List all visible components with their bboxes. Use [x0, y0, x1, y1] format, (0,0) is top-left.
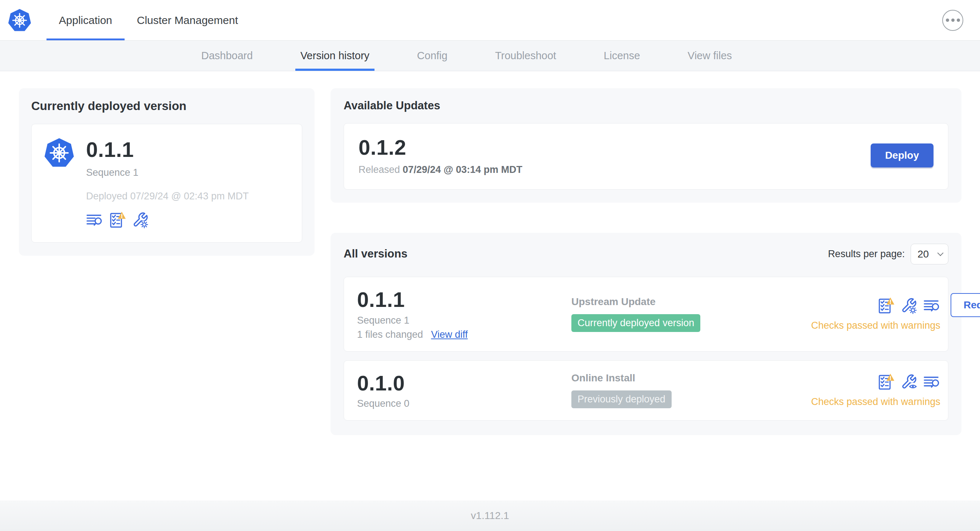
deployed-timestamp: Deployed 07/29/24 @ 02:43 pm MDT: [86, 191, 249, 202]
ellipsis-icon: [946, 19, 949, 22]
tab-cluster-management[interactable]: Cluster Management: [124, 0, 250, 40]
status-badge: Currently deployed version: [571, 314, 700, 332]
console-version: v1.112.1: [471, 510, 509, 521]
results-per-page: Results per page: 20: [828, 244, 948, 264]
all-versions-title: All versions: [344, 247, 407, 261]
top-nav: Application Cluster Management: [46, 0, 250, 40]
status-badge: Previously deployed: [571, 390, 671, 408]
deployed-sequence: Sequence 1: [86, 167, 249, 178]
redeploy-button[interactable]: Redeploy: [951, 293, 980, 317]
deployed-version-panel: 0.1.1 Sequence 1 Deployed 07/29/24 @ 02:…: [31, 124, 302, 243]
row-source-label: Upstream Update: [571, 296, 811, 308]
results-per-page-select[interactable]: 20: [911, 244, 948, 264]
results-per-page-label: Results per page:: [828, 248, 905, 260]
available-updates-title: Available Updates: [344, 99, 948, 112]
app-subnav: Dashboard Version history Config Trouble…: [0, 41, 980, 71]
update-version-number: 0.1.2: [358, 136, 522, 159]
config-edit-icon[interactable]: [132, 211, 149, 229]
row-source-label: Online Install: [571, 372, 811, 384]
logs-search-icon[interactable]: [86, 211, 103, 229]
all-versions-card: All versions Results per page: 20 0.1.1 …: [331, 233, 961, 436]
kubernetes-logo-icon: [7, 8, 32, 33]
overflow-menu-button[interactable]: [942, 10, 963, 31]
update-row: 0.1.2 Released 07/29/24 @ 03:14 pm MDT D…: [344, 123, 948, 189]
config-edit-icon[interactable]: [900, 297, 918, 314]
preflight-checks-warning-icon[interactable]: [878, 374, 895, 390]
row-sequence: Sequence 0: [357, 398, 571, 409]
currently-deployed-card: Currently deployed version 0.1.1 Sequenc…: [19, 88, 315, 256]
subtab-dashboard[interactable]: Dashboard: [196, 41, 258, 71]
update-released-line: Released 07/29/24 @ 03:14 pm MDT: [358, 164, 522, 175]
update-released-timestamp: 07/29/24 @ 03:14 pm MDT: [403, 164, 522, 175]
subtab-version-history[interactable]: Version history: [295, 41, 374, 71]
version-row: 0.1.1 Sequence 1 1 files changed View di…: [344, 277, 948, 351]
view-diff-link[interactable]: View diff: [431, 329, 468, 340]
top-bar: Application Cluster Management: [0, 0, 980, 41]
available-updates-card: Available Updates 0.1.2 Released 07/29/2…: [331, 88, 961, 203]
subtab-license[interactable]: License: [598, 41, 645, 71]
row-sequence: Sequence 1: [357, 315, 571, 326]
deploy-button[interactable]: Deploy: [871, 143, 934, 167]
row-version-number: 0.1.0: [357, 372, 571, 395]
logs-search-icon[interactable]: [923, 374, 940, 390]
currently-deployed-title: Currently deployed version: [31, 99, 302, 113]
tab-cluster-management-label: Cluster Management: [137, 14, 238, 27]
kubernetes-app-icon: [43, 137, 75, 169]
subtab-config[interactable]: Config: [412, 41, 453, 71]
preflight-status-text: Checks passed with warnings: [811, 320, 940, 331]
row-version-number: 0.1.1: [357, 288, 571, 311]
config-view-icon[interactable]: [900, 374, 918, 390]
preflight-checks-warning-icon[interactable]: [109, 211, 126, 229]
row-files-changed: 1 files changed: [357, 329, 423, 340]
tab-application-label: Application: [59, 14, 112, 27]
logs-search-icon[interactable]: [923, 297, 940, 314]
main-content: Currently deployed version 0.1.1 Sequenc…: [0, 71, 980, 501]
deployed-version-number: 0.1.1: [86, 138, 249, 161]
page-footer: v1.112.1: [0, 501, 980, 531]
tab-application[interactable]: Application: [46, 0, 124, 40]
preflight-checks-warning-icon[interactable]: [878, 297, 895, 314]
subtab-troubleshoot[interactable]: Troubleshoot: [490, 41, 561, 71]
version-row: 0.1.0 Sequence 0 Online Install Previous…: [344, 360, 948, 421]
preflight-status-text: Checks passed with warnings: [811, 396, 940, 407]
subtab-view-files[interactable]: View files: [682, 41, 737, 71]
